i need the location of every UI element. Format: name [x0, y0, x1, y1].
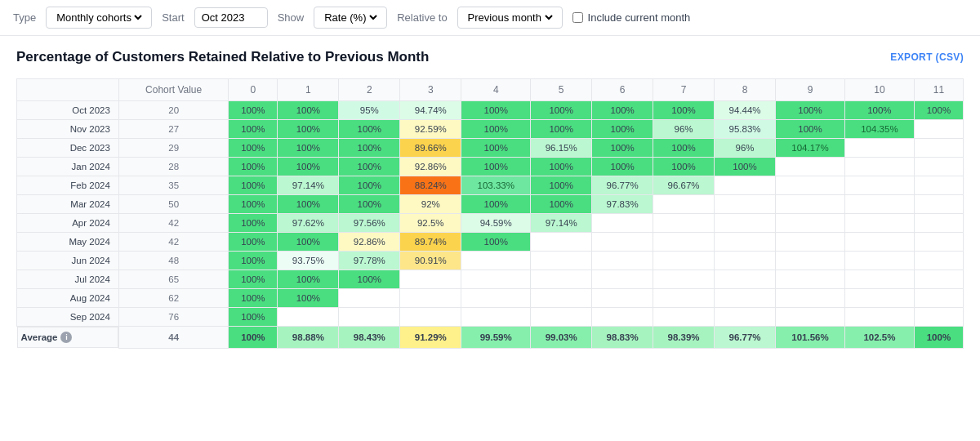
show-select[interactable]: Rate (%) — [314, 7, 387, 29]
table-row: Jan 202428100%100%100%92.86%100%100%100%… — [17, 158, 964, 176]
data-cell: 92.5% — [400, 214, 461, 233]
data-cell: 100% — [339, 158, 400, 176]
data-cell — [914, 270, 963, 289]
row-label: Jun 2024 — [17, 252, 119, 270]
info-icon[interactable]: i — [60, 332, 72, 343]
average-cell: 98.43% — [339, 327, 400, 349]
data-cell: 100% — [592, 139, 653, 158]
data-cell: 92.59% — [400, 120, 461, 139]
data-cell: 100% — [278, 233, 339, 252]
type-dropdown[interactable]: Monthly cohorts — [53, 11, 145, 24]
data-cell: 92.86% — [339, 233, 400, 252]
data-cell: 100% — [339, 139, 400, 158]
data-cell: 100% — [229, 195, 278, 214]
data-cell — [592, 289, 653, 308]
average-cell: 99.59% — [461, 327, 531, 349]
data-cell — [715, 289, 776, 308]
data-cell: 90.91% — [400, 252, 461, 270]
data-cell: 100% — [844, 101, 914, 120]
data-cell — [715, 195, 776, 214]
relative-to-dropdown[interactable]: Previous month — [465, 11, 555, 24]
data-cell: 100% — [339, 270, 400, 289]
show-label: Show — [278, 11, 305, 24]
data-cell: 96% — [653, 120, 715, 139]
data-cell: 100% — [914, 101, 963, 120]
col-header-5: 5 — [531, 79, 592, 101]
average-cell: 99.03% — [531, 327, 592, 349]
data-cell — [653, 195, 715, 214]
data-cell: 100% — [461, 233, 531, 252]
data-cell: 97.62% — [278, 214, 339, 233]
col-header-1: 1 — [278, 79, 339, 101]
type-select[interactable]: Monthly cohorts — [46, 7, 152, 29]
data-cell — [592, 214, 653, 233]
data-cell: 100% — [278, 195, 339, 214]
data-cell — [531, 308, 592, 327]
data-cell: 96% — [715, 139, 776, 158]
data-cell: 100% — [229, 270, 278, 289]
data-cell — [914, 176, 963, 195]
include-current-month-label[interactable]: Include current month — [572, 11, 691, 24]
row-label: Nov 2023 — [17, 120, 119, 139]
data-cell: 100% — [278, 289, 339, 308]
data-cell — [531, 233, 592, 252]
data-cell — [776, 158, 845, 176]
data-cell — [653, 214, 715, 233]
data-cell — [531, 270, 592, 289]
cohort-value: 29 — [118, 139, 229, 158]
table-row: Sep 202476100% — [17, 308, 964, 327]
data-cell: 100% — [229, 101, 278, 120]
page-header: Percentage of Customers Retained Relativ… — [16, 49, 964, 65]
data-cell — [914, 139, 963, 158]
col-header-8: 8 — [715, 79, 776, 101]
table-row: Feb 202435100%97.14%100%88.24%103.33%100… — [17, 176, 964, 195]
export-button[interactable]: EXPORT (CSV) — [890, 51, 964, 63]
col-header-7: 7 — [653, 79, 715, 101]
col-header-2: 2 — [339, 79, 400, 101]
data-cell — [592, 270, 653, 289]
data-cell: 88.24% — [400, 176, 461, 195]
data-cell — [653, 233, 715, 252]
data-cell: 104.35% — [844, 120, 914, 139]
include-current-month-text: Include current month — [588, 11, 691, 24]
data-cell — [914, 158, 963, 176]
data-cell — [400, 289, 461, 308]
cohort-value: 65 — [118, 270, 229, 289]
show-dropdown[interactable]: Rate (%) — [321, 11, 380, 24]
data-cell: 97.56% — [339, 214, 400, 233]
data-cell — [844, 176, 914, 195]
data-cell: 94.44% — [715, 101, 776, 120]
cohort-value: 48 — [118, 252, 229, 270]
col-header-9: 9 — [776, 79, 845, 101]
data-cell: 100% — [229, 158, 278, 176]
data-cell — [278, 308, 339, 327]
col-header-11: 11 — [914, 79, 963, 101]
data-cell — [776, 270, 845, 289]
data-cell — [715, 270, 776, 289]
include-current-month-checkbox[interactable] — [572, 12, 583, 23]
data-cell: 94.59% — [461, 214, 531, 233]
data-cell — [715, 252, 776, 270]
row-label: Mar 2024 — [17, 195, 119, 214]
relative-to-label: Relative to — [397, 11, 447, 24]
table-row: Aug 202462100%100% — [17, 289, 964, 308]
relative-to-select[interactable]: Previous month — [457, 7, 563, 29]
data-cell — [400, 270, 461, 289]
data-cell: 100% — [653, 139, 715, 158]
data-cell — [776, 176, 845, 195]
col-header-10: 10 — [844, 79, 914, 101]
data-cell: 100% — [715, 158, 776, 176]
start-input[interactable] — [194, 7, 268, 28]
type-label: Type — [13, 11, 36, 24]
data-cell: 96.15% — [531, 139, 592, 158]
cohort-value: 28 — [118, 158, 229, 176]
data-cell: 89.74% — [400, 233, 461, 252]
table-row: Oct 202320100%100%95%94.74%100%100%100%1… — [17, 101, 964, 120]
average-cell: 101.56% — [776, 327, 845, 349]
data-cell: 97.14% — [278, 176, 339, 195]
data-cell: 100% — [229, 139, 278, 158]
cohort-value: 62 — [118, 289, 229, 308]
data-cell: 95% — [339, 101, 400, 120]
data-cell: 92% — [400, 195, 461, 214]
data-cell: 100% — [229, 214, 278, 233]
